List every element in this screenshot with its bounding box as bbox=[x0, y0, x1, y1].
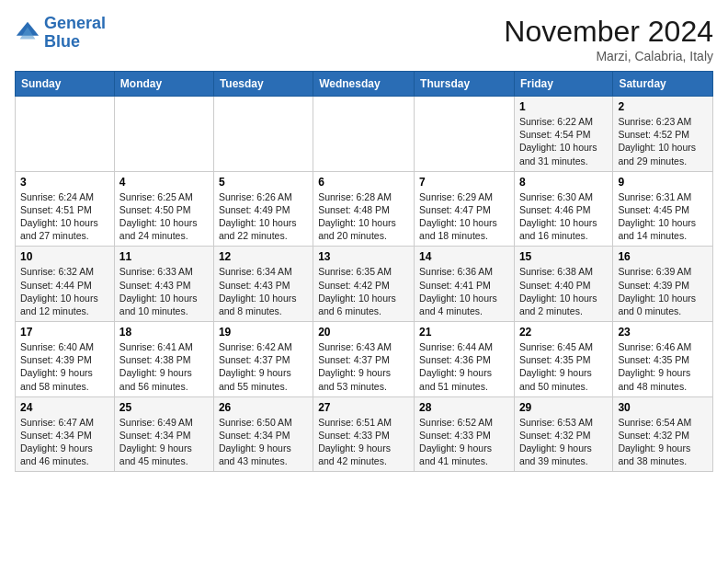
logo-line1: General bbox=[44, 14, 106, 32]
calendar-cell: 12Sunrise: 6:34 AM Sunset: 4:43 PM Dayli… bbox=[213, 247, 313, 322]
day-number: 21 bbox=[419, 326, 509, 339]
day-info: Sunrise: 6:23 AM Sunset: 4:52 PM Dayligh… bbox=[618, 115, 708, 167]
day-info: Sunrise: 6:31 AM Sunset: 4:45 PM Dayligh… bbox=[618, 190, 708, 243]
day-number: 15 bbox=[519, 250, 608, 263]
calendar-cell: 16Sunrise: 6:39 AM Sunset: 4:39 PM Dayli… bbox=[613, 247, 713, 322]
day-info: Sunrise: 6:30 AM Sunset: 4:46 PM Dayligh… bbox=[519, 190, 608, 243]
logo-line2: Blue bbox=[44, 32, 80, 51]
location: Marzi, Calabria, Italy bbox=[504, 49, 713, 63]
weekday-header-sunday: Sunday bbox=[16, 72, 115, 97]
calendar-cell: 8Sunrise: 6:30 AM Sunset: 4:46 PM Daylig… bbox=[514, 171, 612, 247]
day-number: 19 bbox=[219, 326, 308, 339]
day-info: Sunrise: 6:40 AM Sunset: 4:39 PM Dayligh… bbox=[20, 340, 109, 393]
day-info: Sunrise: 6:52 AM Sunset: 4:33 PM Dayligh… bbox=[419, 416, 509, 468]
weekday-header-row: SundayMondayTuesdayWednesdayThursdayFrid… bbox=[16, 72, 713, 97]
day-number: 8 bbox=[519, 176, 608, 189]
day-info: Sunrise: 6:35 AM Sunset: 4:42 PM Dayligh… bbox=[318, 265, 409, 317]
day-number: 17 bbox=[20, 326, 109, 339]
day-number: 5 bbox=[219, 176, 308, 189]
calendar-cell bbox=[16, 97, 115, 172]
day-number: 12 bbox=[219, 250, 308, 263]
day-info: Sunrise: 6:38 AM Sunset: 4:40 PM Dayligh… bbox=[519, 265, 608, 317]
page-header: General Blue November 2024 Marzi, Calabr… bbox=[15, 15, 713, 63]
logo-icon bbox=[15, 20, 40, 46]
day-number: 1 bbox=[519, 100, 608, 113]
day-number: 14 bbox=[419, 250, 509, 263]
calendar-cell: 22Sunrise: 6:45 AM Sunset: 4:35 PM Dayli… bbox=[514, 322, 612, 397]
week-row-2: 10Sunrise: 6:32 AM Sunset: 4:44 PM Dayli… bbox=[16, 247, 713, 322]
calendar-cell: 9Sunrise: 6:31 AM Sunset: 4:45 PM Daylig… bbox=[613, 171, 713, 247]
day-info: Sunrise: 6:29 AM Sunset: 4:47 PM Dayligh… bbox=[419, 190, 509, 243]
day-number: 4 bbox=[119, 176, 209, 189]
day-number: 16 bbox=[618, 250, 708, 263]
week-row-3: 17Sunrise: 6:40 AM Sunset: 4:39 PM Dayli… bbox=[16, 322, 713, 397]
calendar-cell: 5Sunrise: 6:26 AM Sunset: 4:49 PM Daylig… bbox=[213, 171, 313, 247]
day-number: 26 bbox=[219, 401, 308, 414]
calendar-cell: 11Sunrise: 6:33 AM Sunset: 4:43 PM Dayli… bbox=[114, 247, 213, 322]
day-info: Sunrise: 6:39 AM Sunset: 4:39 PM Dayligh… bbox=[618, 265, 708, 317]
calendar-cell: 3Sunrise: 6:24 AM Sunset: 4:51 PM Daylig… bbox=[16, 171, 115, 247]
day-info: Sunrise: 6:42 AM Sunset: 4:37 PM Dayligh… bbox=[219, 340, 308, 393]
calendar-cell: 25Sunrise: 6:49 AM Sunset: 4:34 PM Dayli… bbox=[114, 396, 213, 472]
calendar-cell: 6Sunrise: 6:28 AM Sunset: 4:48 PM Daylig… bbox=[313, 171, 415, 247]
calendar-cell: 19Sunrise: 6:42 AM Sunset: 4:37 PM Dayli… bbox=[213, 322, 313, 397]
day-info: Sunrise: 6:24 AM Sunset: 4:51 PM Dayligh… bbox=[20, 190, 109, 243]
month-title: November 2024 bbox=[504, 15, 713, 49]
day-info: Sunrise: 6:47 AM Sunset: 4:34 PM Dayligh… bbox=[20, 416, 109, 468]
day-number: 27 bbox=[318, 401, 409, 414]
day-number: 22 bbox=[519, 326, 608, 339]
calendar-cell: 4Sunrise: 6:25 AM Sunset: 4:50 PM Daylig… bbox=[114, 171, 213, 247]
weekday-header-friday: Friday bbox=[514, 72, 612, 97]
day-number: 3 bbox=[20, 176, 109, 189]
calendar-cell bbox=[114, 97, 213, 172]
day-info: Sunrise: 6:50 AM Sunset: 4:34 PM Dayligh… bbox=[219, 416, 308, 468]
day-number: 7 bbox=[419, 176, 509, 189]
calendar-cell bbox=[415, 97, 515, 172]
day-number: 24 bbox=[20, 401, 109, 414]
day-info: Sunrise: 6:33 AM Sunset: 4:43 PM Dayligh… bbox=[119, 265, 209, 317]
day-number: 2 bbox=[618, 100, 708, 113]
day-info: Sunrise: 6:43 AM Sunset: 4:37 PM Dayligh… bbox=[318, 340, 409, 393]
day-info: Sunrise: 6:45 AM Sunset: 4:35 PM Dayligh… bbox=[519, 340, 608, 393]
day-info: Sunrise: 6:22 AM Sunset: 4:54 PM Dayligh… bbox=[519, 115, 608, 167]
day-number: 30 bbox=[618, 401, 708, 414]
calendar-table: SundayMondayTuesdayWednesdayThursdayFrid… bbox=[15, 71, 713, 472]
day-number: 13 bbox=[318, 250, 409, 263]
calendar-cell: 1Sunrise: 6:22 AM Sunset: 4:54 PM Daylig… bbox=[514, 97, 612, 172]
calendar-cell: 7Sunrise: 6:29 AM Sunset: 4:47 PM Daylig… bbox=[415, 171, 515, 247]
week-row-4: 24Sunrise: 6:47 AM Sunset: 4:34 PM Dayli… bbox=[16, 396, 713, 472]
day-info: Sunrise: 6:49 AM Sunset: 4:34 PM Dayligh… bbox=[119, 416, 209, 468]
calendar-cell: 10Sunrise: 6:32 AM Sunset: 4:44 PM Dayli… bbox=[16, 247, 115, 322]
day-info: Sunrise: 6:44 AM Sunset: 4:36 PM Dayligh… bbox=[419, 340, 509, 393]
calendar-cell: 13Sunrise: 6:35 AM Sunset: 4:42 PM Dayli… bbox=[313, 247, 415, 322]
weekday-header-wednesday: Wednesday bbox=[313, 72, 415, 97]
day-info: Sunrise: 6:53 AM Sunset: 4:32 PM Dayligh… bbox=[519, 416, 608, 468]
day-info: Sunrise: 6:41 AM Sunset: 4:38 PM Dayligh… bbox=[119, 340, 209, 393]
week-row-1: 3Sunrise: 6:24 AM Sunset: 4:51 PM Daylig… bbox=[16, 171, 713, 247]
day-number: 29 bbox=[519, 401, 608, 414]
day-number: 11 bbox=[119, 250, 209, 263]
logo: General Blue bbox=[15, 15, 106, 52]
day-info: Sunrise: 6:46 AM Sunset: 4:35 PM Dayligh… bbox=[618, 340, 708, 393]
calendar-cell bbox=[313, 97, 415, 172]
day-info: Sunrise: 6:36 AM Sunset: 4:41 PM Dayligh… bbox=[419, 265, 509, 317]
day-number: 28 bbox=[419, 401, 509, 414]
day-info: Sunrise: 6:34 AM Sunset: 4:43 PM Dayligh… bbox=[219, 265, 308, 317]
calendar-cell: 24Sunrise: 6:47 AM Sunset: 4:34 PM Dayli… bbox=[16, 396, 115, 472]
weekday-header-tuesday: Tuesday bbox=[213, 72, 313, 97]
calendar-cell: 30Sunrise: 6:54 AM Sunset: 4:32 PM Dayli… bbox=[613, 396, 713, 472]
day-info: Sunrise: 6:28 AM Sunset: 4:48 PM Dayligh… bbox=[318, 190, 409, 243]
day-number: 25 bbox=[119, 401, 209, 414]
day-info: Sunrise: 6:51 AM Sunset: 4:33 PM Dayligh… bbox=[318, 416, 409, 468]
day-number: 20 bbox=[318, 326, 409, 339]
calendar-cell: 21Sunrise: 6:44 AM Sunset: 4:36 PM Dayli… bbox=[415, 322, 515, 397]
calendar-cell bbox=[213, 97, 313, 172]
calendar-cell: 20Sunrise: 6:43 AM Sunset: 4:37 PM Dayli… bbox=[313, 322, 415, 397]
day-info: Sunrise: 6:54 AM Sunset: 4:32 PM Dayligh… bbox=[618, 416, 708, 468]
title-block: November 2024 Marzi, Calabria, Italy bbox=[504, 15, 713, 63]
day-number: 6 bbox=[318, 176, 409, 189]
week-row-0: 1Sunrise: 6:22 AM Sunset: 4:54 PM Daylig… bbox=[16, 97, 713, 172]
calendar-cell: 18Sunrise: 6:41 AM Sunset: 4:38 PM Dayli… bbox=[114, 322, 213, 397]
calendar-cell: 17Sunrise: 6:40 AM Sunset: 4:39 PM Dayli… bbox=[16, 322, 115, 397]
weekday-header-thursday: Thursday bbox=[415, 72, 515, 97]
